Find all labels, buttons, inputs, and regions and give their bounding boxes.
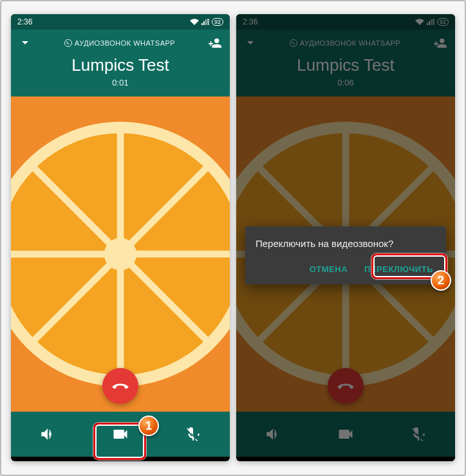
dialog-cancel-button[interactable]: ОТМЕНА [307, 261, 350, 278]
dialog-confirm-button[interactable]: ПЕРЕКЛЮЧИТЬ [362, 261, 436, 278]
svg-point-0 [64, 40, 71, 47]
status-bar: 2:36 92 [11, 14, 230, 30]
speaker-icon [39, 426, 56, 443]
mute-button[interactable] [174, 420, 212, 448]
switch-video-dialog: Переключить на видеозвонок? ОТМЕНА ПЕРЕК… [245, 226, 446, 284]
call-header: АУДИОЗВОНОК WHATSAPP Lumpics Test 0:01 [11, 30, 230, 96]
status-icons: 92 [190, 18, 223, 26]
dialog-message: Переключить на видеозвонок? [256, 238, 436, 249]
phone-screen-right: 2:36 92 АУДИОЗВОНОК WHATSAPP Lum [236, 14, 455, 461]
add-participant-button[interactable] [208, 36, 222, 50]
mic-off-icon [185, 426, 201, 443]
avatar-image [11, 119, 230, 389]
phone-screen-left: 2:36 92 АУДИОЗВОНОК WHATSAPP Lum [11, 14, 230, 461]
battery-indicator: 92 [212, 18, 223, 26]
minimize-button[interactable] [19, 37, 32, 50]
contact-avatar [11, 96, 230, 412]
video-toggle-button[interactable] [101, 420, 140, 448]
call-duration: 0:01 [19, 78, 222, 87]
signal-icon [201, 19, 209, 25]
video-icon [111, 425, 129, 443]
end-call-button[interactable] [102, 368, 138, 404]
chevron-down-icon [19, 37, 32, 50]
wifi-icon [190, 19, 199, 25]
clock: 2:36 [17, 17, 32, 26]
call-type-label: АУДИОЗВОНОК WHATSAPP [75, 39, 175, 47]
svg-point-3 [104, 238, 136, 270]
speaker-button[interactable] [28, 420, 67, 448]
contact-name: Lumpics Test [19, 55, 222, 75]
call-controls [11, 412, 230, 457]
whatsapp-icon [64, 39, 72, 47]
hangup-icon [111, 377, 129, 395]
add-person-icon [208, 36, 222, 50]
